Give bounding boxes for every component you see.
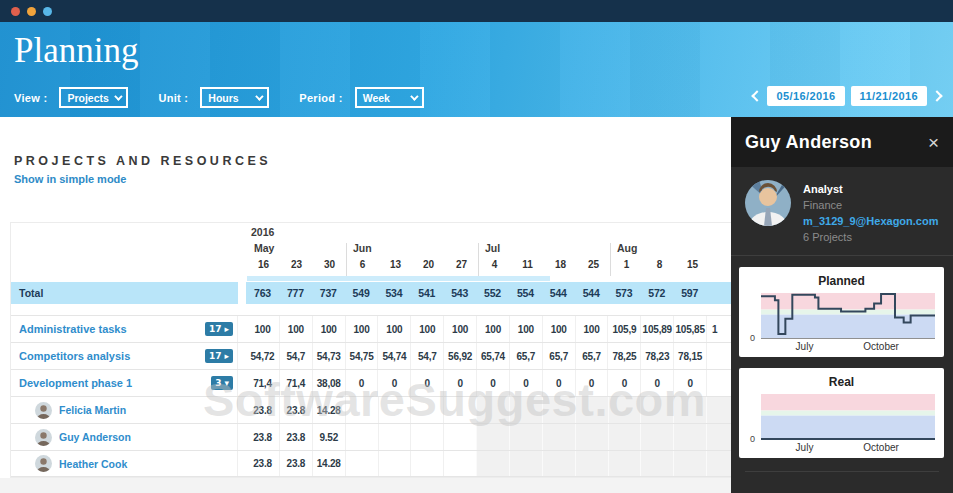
period-dropdown-value: Week <box>363 92 390 104</box>
value-cell: 38,08 <box>312 370 345 396</box>
value-cell <box>509 397 542 423</box>
value-cell <box>378 424 411 450</box>
filter-bar: View : Projects Unit : Hours Period : We… <box>14 87 424 108</box>
avatar <box>35 402 52 419</box>
day-label: 8 <box>643 259 676 270</box>
person-projects-count: 6 Projects <box>803 231 938 243</box>
total-value: 549 <box>345 282 378 304</box>
person-email-link[interactable]: m_3129_9@Hexagon.com <box>803 215 938 227</box>
value-cell: 100 <box>575 316 608 342</box>
value-cell: 14.28 <box>312 451 345 476</box>
total-value: 554 <box>509 282 542 304</box>
panel-divider <box>745 471 939 472</box>
value-cell: 14.28 <box>312 397 345 423</box>
value-cell: 54,74 <box>377 343 410 369</box>
value-cell <box>410 397 443 423</box>
close-icon[interactable]: × <box>928 133 939 152</box>
project-name-link[interactable]: Administrative tasks <box>19 323 127 335</box>
end-date-button[interactable]: 11/21/2016 <box>851 86 927 106</box>
value-cell <box>640 424 673 450</box>
window-titlebar <box>0 0 953 22</box>
value-cell <box>378 451 411 476</box>
x-axis-label: October <box>863 341 899 352</box>
start-date-button[interactable]: 05/16/2016 <box>767 86 844 106</box>
value-cell: 0 <box>410 370 443 396</box>
expand-badge[interactable]: 3 ▾ <box>211 376 233 390</box>
total-value: 544 <box>575 282 608 304</box>
row-name-cell: Development phase 13 ▾ <box>11 370 238 396</box>
year-label: 2016 <box>251 226 274 238</box>
table-row-project: Development phase 13 ▾71,471,438,0800000… <box>11 369 739 396</box>
view-dropdown[interactable]: Projects <box>59 87 128 108</box>
resource-detail-panel: Guy Anderson × Analyst Finance m_3129_9@… <box>731 117 953 493</box>
project-name-link[interactable]: Competitors analysis <box>19 350 130 362</box>
timeline-range-indicator <box>247 276 550 281</box>
unit-dropdown[interactable]: Hours <box>200 87 269 108</box>
value-cell: 100 <box>542 316 575 342</box>
day-label: 25 <box>577 259 610 270</box>
person-name-link[interactable]: Heather Cook <box>59 458 127 470</box>
day-label: 27 <box>445 259 478 270</box>
planned-chart-plot: 0 <box>761 293 935 339</box>
table-header: 2016 MayJunJulAug 1623306132027411182518… <box>11 223 739 282</box>
table-row-person: Heather Cook23.823.814.28 <box>11 450 739 477</box>
value-cell <box>345 451 378 476</box>
total-value: 541 <box>410 282 443 304</box>
avatar <box>35 455 52 472</box>
page-title: Planning <box>14 31 138 71</box>
value-cell <box>608 451 641 476</box>
value-cell <box>345 424 378 450</box>
table-row-project: Administrative tasks17 ▸1001001001001001… <box>11 315 739 342</box>
avatar <box>35 429 52 446</box>
value-cell <box>476 424 509 450</box>
value-cell <box>410 424 443 450</box>
value-cell <box>640 397 673 423</box>
total-row: Total76377773754953454154355255454454457… <box>11 282 739 304</box>
value-cell: 9.52 <box>312 424 345 450</box>
day-label: 1 <box>610 259 643 270</box>
total-value: 737 <box>312 282 345 304</box>
y-axis-zero-label: 0 <box>750 333 755 343</box>
value-cell <box>608 424 641 450</box>
value-cell: 105,9 <box>607 316 640 342</box>
window-minimize-dot-icon[interactable] <box>27 7 36 16</box>
chevron-down-icon <box>410 92 418 100</box>
day-label: 20 <box>412 259 445 270</box>
view-filter-label: View : <box>14 92 47 104</box>
value-cell <box>575 397 608 423</box>
person-name-link[interactable]: Felicia Martin <box>59 404 126 416</box>
value-cell <box>509 424 542 450</box>
value-cell: 23.8 <box>279 424 312 450</box>
window-zoom-dot-icon[interactable] <box>43 7 52 16</box>
value-cell: 54,7 <box>279 343 312 369</box>
row-name-cell: Administrative tasks17 ▸ <box>11 316 238 342</box>
avatar <box>745 180 791 226</box>
simple-mode-link[interactable]: Show in simple mode <box>14 173 126 185</box>
value-cell: 100 <box>476 316 509 342</box>
unit-dropdown-value: Hours <box>208 92 238 104</box>
row-name-cell: Guy Anderson <box>11 424 238 450</box>
y-axis-zero-label: 0 <box>750 434 755 444</box>
row-name-cell: Felicia Martin <box>11 397 238 423</box>
value-cell <box>542 451 575 476</box>
person-name-link[interactable]: Guy Anderson <box>59 431 131 443</box>
expand-badge[interactable]: 17 ▸ <box>205 349 233 363</box>
real-chart-x-axis: JulyOctober <box>761 440 935 455</box>
value-cell: 54,73 <box>312 343 345 369</box>
project-name-link[interactable]: Development phase 1 <box>19 377 132 389</box>
day-label: 4 <box>478 259 511 270</box>
unit-filter-label: Unit : <box>158 92 188 104</box>
window-close-dot-icon[interactable] <box>11 7 20 16</box>
expand-badge[interactable]: 17 ▸ <box>205 322 233 336</box>
value-cell: 0 <box>575 370 608 396</box>
chevron-right-icon[interactable] <box>931 90 942 101</box>
chevron-left-icon[interactable] <box>752 90 763 101</box>
day-label: 30 <box>313 259 346 270</box>
value-cell <box>476 397 509 423</box>
day-label: 16 <box>247 259 280 270</box>
person-role: Analyst <box>803 183 938 195</box>
period-dropdown[interactable]: Week <box>355 87 424 108</box>
chart-title: Real <box>748 375 935 389</box>
value-cell <box>410 451 443 476</box>
chevron-down-icon <box>115 92 123 100</box>
